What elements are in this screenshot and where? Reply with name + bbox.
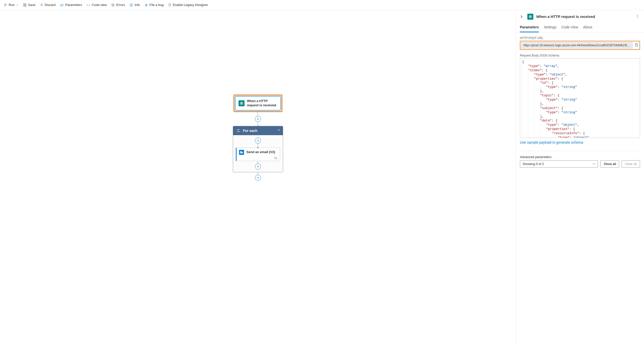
close-icon: [40, 3, 43, 7]
panel-tabs: Parameters Settings Code View About: [516, 23, 644, 32]
flow-container: When a HTTP request is received For each: [233, 95, 283, 181]
errors-label: Errors: [116, 3, 125, 7]
run-label: Run: [9, 3, 15, 7]
connector: [258, 112, 258, 116]
http-request-icon: [527, 14, 533, 20]
connector: [258, 172, 258, 175]
add-step-button[interactable]: [255, 138, 261, 144]
advanced-select-value: Showing 0 of 2: [522, 162, 544, 166]
enable-legacy-label: Enable Legacy Designer: [173, 3, 208, 7]
run-button[interactable]: Run: [2, 2, 21, 8]
panel-content: HTTP POST URL https://prod-19.westus2.lo…: [516, 32, 644, 344]
show-all-button[interactable]: Show all: [600, 160, 619, 168]
tab-about[interactable]: About: [583, 23, 592, 32]
clear-all-button[interactable]: Clear all: [622, 160, 640, 168]
code-view-label: Code view: [92, 3, 107, 7]
add-step-button[interactable]: [255, 164, 261, 170]
use-sample-payload-link[interactable]: Use sample payload to generate schema: [520, 140, 583, 144]
parameters-button[interactable]: [@] Parameters: [58, 2, 84, 8]
designer-canvas[interactable]: When a HTTP request is received For each: [0, 10, 516, 344]
save-button[interactable]: Save: [21, 2, 38, 8]
errors-button[interactable]: Errors: [109, 2, 127, 8]
bug-icon: [144, 3, 148, 7]
action-label: Send an email (V2): [246, 150, 275, 154]
http-url-label: HTTP POST URL: [520, 36, 640, 40]
trigger-node[interactable]: When a HTTP request is received: [235, 96, 280, 110]
outlook-icon: o: [239, 150, 244, 155]
enable-legacy-button[interactable]: Enable Legacy Designer: [166, 2, 210, 8]
svg-text:o: o: [240, 151, 241, 153]
advanced-parameters-select[interactable]: Showing 0 of 2: [520, 160, 598, 168]
foreach-header[interactable]: For each: [233, 126, 283, 135]
parameters-icon: [@]: [60, 3, 64, 7]
tab-parameters[interactable]: Parameters: [520, 23, 539, 32]
chevron-down-icon: [592, 162, 595, 166]
tab-code-view[interactable]: Code View: [562, 23, 578, 32]
discard-button[interactable]: Discard: [38, 2, 58, 8]
info-label: Info: [134, 3, 140, 7]
toolbar: Run Save Discard [@] Parameters { } Code…: [0, 0, 644, 10]
svg-point-4: [131, 4, 131, 4]
http-url-highlight: https://prod-19.westus2.logic.azure.com:…: [520, 41, 640, 50]
info-button[interactable]: Info: [128, 2, 142, 8]
main-area: When a HTTP request is received For each: [0, 10, 644, 344]
add-step-button[interactable]: [255, 175, 261, 181]
add-step-button[interactable]: [255, 116, 261, 122]
svg-text:{ }: { }: [86, 3, 90, 6]
schema-editor[interactable]: {"type": "array","items": {"type": "obje…: [520, 58, 640, 138]
save-label: Save: [28, 3, 36, 7]
copy-url-button[interactable]: [634, 43, 639, 48]
svg-text:[@]: [@]: [60, 4, 64, 6]
code-view-button[interactable]: { } Code view: [84, 2, 109, 8]
connector: [258, 161, 258, 164]
collapse-panel-button[interactable]: [518, 14, 524, 20]
http-request-icon: [238, 100, 244, 106]
parameters-label: Parameters: [66, 3, 82, 7]
action-node[interactable]: o Send an email (V2): [236, 148, 280, 161]
braces-icon: { }: [86, 3, 90, 7]
advanced-parameters-row: Advanced parameters Showing 0 of 2 Show …: [520, 155, 640, 168]
more-menu-button[interactable]: [634, 14, 640, 20]
error-icon: [111, 3, 115, 7]
save-icon: [23, 3, 26, 7]
connector: [258, 144, 258, 148]
file-bug-button[interactable]: File a bug: [142, 2, 166, 8]
panel-header: When a HTTP request is received: [516, 10, 644, 23]
svg-point-10: [637, 15, 638, 16]
svg-point-12: [637, 17, 638, 18]
trigger-highlight: When a HTTP request is received: [234, 95, 282, 112]
connector: [258, 122, 258, 126]
advanced-label: Advanced parameters: [520, 155, 598, 159]
foreach-body: o Send an email (V2): [233, 135, 283, 172]
foreach-label: For each: [243, 129, 258, 133]
play-icon: [4, 3, 7, 7]
foreach-node: For each o Send a: [233, 126, 283, 172]
file-bug-label: File a bug: [150, 3, 164, 7]
trigger-label: When a HTTP request is received: [247, 99, 277, 108]
loop-icon: [236, 128, 240, 133]
panel-title: When a HTTP request is received: [536, 15, 632, 19]
bookmark-icon: [168, 3, 172, 7]
tab-settings[interactable]: Settings: [544, 23, 556, 32]
info-icon: [130, 3, 133, 7]
schema-label: Request Body JSON Schema: [520, 54, 640, 57]
action-connection-icon[interactable]: [239, 156, 277, 160]
properties-panel: When a HTTP request is received Paramete…: [516, 10, 644, 344]
http-url-field[interactable]: https://prod-19.westus2.logic.azure.com:…: [521, 42, 632, 49]
chevron-down-icon: [16, 4, 19, 6]
chevron-up-icon[interactable]: [277, 129, 280, 132]
divider: [520, 151, 640, 151]
svg-point-11: [637, 16, 638, 17]
svg-rect-13: [636, 44, 638, 46]
discard-label: Discard: [45, 3, 56, 7]
